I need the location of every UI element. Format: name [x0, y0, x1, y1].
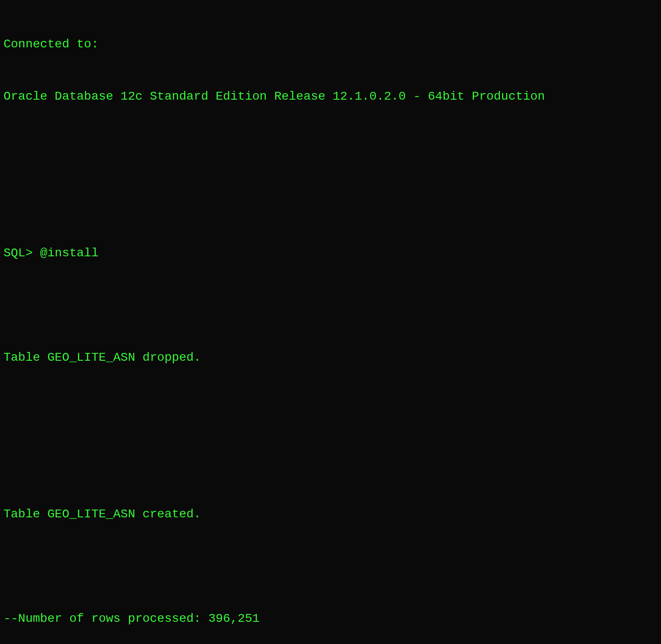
- terminal-line: Table GEO_LITE_ASN dropped.: [3, 349, 658, 366]
- terminal-line: [3, 297, 658, 314]
- terminal-line: [3, 401, 658, 419]
- terminal-line: [3, 453, 658, 471]
- terminal-line: --Number of rows processed: 396,251: [3, 610, 658, 627]
- terminal-line: [3, 558, 658, 575]
- terminal-prompt-line: SQL> @install: [3, 245, 658, 262]
- terminal-line: Connected to:: [3, 36, 658, 53]
- terminal-line: Table GEO_LITE_ASN created.: [3, 506, 658, 523]
- terminal-output[interactable]: Connected to: Oracle Database 12c Standa…: [0, 0, 661, 644]
- terminal-line: Oracle Database 12c Standard Edition Rel…: [3, 88, 658, 105]
- terminal-line: [3, 140, 658, 158]
- terminal-line: [3, 192, 658, 210]
